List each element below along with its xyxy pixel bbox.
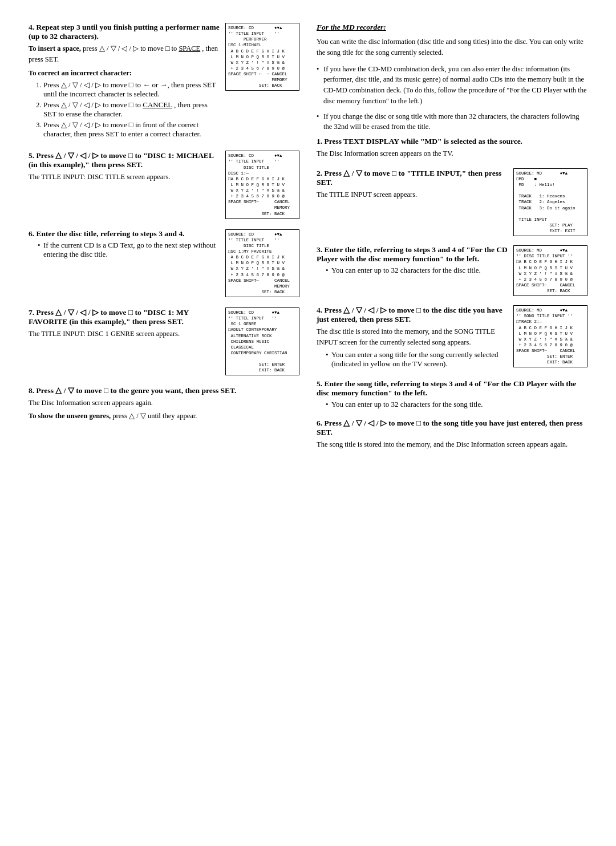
- correct-char-step-2: Press △ / ▽ / ◁ / ▷ to move □ to CANCEL …: [43, 100, 220, 119]
- step-6-bullets: If the current CD is a CD Text, go to th…: [38, 241, 220, 259]
- right-bullet-2: If you change the disc or song title wit…: [317, 111, 587, 133]
- insert-space-label: To insert a space,: [29, 44, 81, 52]
- page-content: 4. Repeat step 3 until you finish puttin…: [29, 23, 587, 459]
- step-8-left: 8. Press △ / ▽ to move □ to the genre yo…: [29, 386, 299, 422]
- right-bullet-1: If you have the CD-MD combination deck, …: [317, 64, 587, 107]
- right-step-4-bullet: You can enter a song title for the song …: [326, 350, 509, 369]
- step-4-screen: SOURCE: CD ♦▼▲ '' TITLE INPUT '' PERFORM…: [225, 23, 299, 91]
- right-step-4-screen: SOURCE: MD ♦▼▲ '' SONG TITLE INPUT '' □T…: [513, 305, 587, 367]
- step-7-text: 7. Press △ / ▽ / ◁ / ▷ to move □ to "DIS…: [29, 307, 220, 339]
- right-step-2-text: 2. Press △ / ▽ to move □ to "TITLE INPUT…: [317, 168, 509, 200]
- right-step-4-text: 4. Press △ / ▽ / ◁ / ▷ to move □ to the …: [317, 305, 509, 370]
- step-5-screen: SOURCE: CD ♦▼▲ '' TITLE INPUT '' DISC TI…: [225, 151, 299, 218]
- right-step-3-bullet: You can enter up to 32 characters for th…: [326, 266, 509, 275]
- step-6-screen: SOURCE: CD ♦▼▲ '' TITLE INPUT '' DISC TI…: [225, 229, 299, 297]
- step-5-left: 5. Press △ / ▽ / ◁ / ▷ to move □ to "DIS…: [29, 151, 299, 218]
- step-4-text: 4. Repeat step 3 until you finish puttin…: [29, 23, 220, 140]
- right-step-4-heading: 4. Press △ / ▽ / ◁ / ▷ to move □ to the …: [317, 305, 509, 324]
- step-7-body: The TITLE INPUT: DISC 1 GENRE screen app…: [29, 329, 220, 339]
- right-step-2: 2. Press △ / ▽ to move □ to "TITLE INPUT…: [317, 168, 587, 236]
- step-6-left: 6. Enter the disc title, referring to st…: [29, 229, 299, 297]
- right-step-2-heading: 2. Press △ / ▽ to move □ to "TITLE INPUT…: [317, 168, 509, 187]
- step-5-heading: 5. Press △ / ▽ / ◁ / ▷ to move □ to "DIS…: [29, 151, 220, 169]
- right-step-1: 1. Press TEXT DISPLAY while "MD" is sele…: [317, 137, 587, 159]
- correct-char-list: Press △ / ▽ / ◁ / ▷ to move □ to ← or →,…: [34, 80, 220, 139]
- right-step-6-heading: 6. Press △ / ▽ / ◁ / ▷ to move □ to the …: [317, 418, 587, 437]
- right-step-6-body: The song title is stored into the memory…: [317, 439, 587, 450]
- step-7-screen: SOURCE: CD ♦▼▲ '' TITEL INPUT '' SC 1 GE…: [225, 307, 299, 375]
- step-4-left: 4. Repeat step 3 until you finish puttin…: [29, 23, 299, 140]
- step-7-heading: 7. Press △ / ▽ / ◁ / ▷ to move □ to "DIS…: [29, 307, 220, 326]
- right-step-4-bullets: You can enter a song title for the song …: [326, 350, 509, 369]
- correct-char-label: To correct an incorrect character:: [29, 68, 220, 79]
- right-step-5-bullet: You can enter up to 32 characters for th…: [326, 400, 587, 409]
- step-5-text: 5. Press △ / ▽ / ◁ / ▷ to move □ to "DIS…: [29, 151, 220, 183]
- step-8-body1: The Disc Information screen appears agai…: [29, 398, 299, 408]
- right-step-5-heading: 5. Enter the song title, referring to st…: [317, 379, 587, 398]
- step-6-text: 6. Enter the disc title, referring to st…: [29, 229, 220, 261]
- right-step-3-screen: SOURCE: MD ♦▼▲ '' DISC TITLE INPUT '' □A…: [513, 245, 587, 296]
- correct-char-step-3: Press △ / ▽ / ◁ / ▷ to move □ in front o…: [43, 120, 220, 139]
- right-step-3: 3. Enter the title, referring to steps 3…: [317, 245, 587, 296]
- step-5-body: The TITLE INPUT: DISC TITLE screen appea…: [29, 172, 220, 183]
- right-step-4-body: The disc title is stored into the memory…: [317, 326, 509, 348]
- right-step-5-bullets: You can enter up to 32 characters for th…: [326, 400, 587, 409]
- step-4-heading: 4. Repeat step 3 until you finish puttin…: [29, 23, 220, 41]
- right-step-3-bullets: You can enter up to 32 characters for th…: [326, 266, 509, 275]
- step-6-heading: 6. Enter the disc title, referring to st…: [29, 229, 220, 238]
- step-6-bullet-1: If the current CD is a CD Text, go to th…: [38, 241, 220, 259]
- right-step-1-body: The Disc Information screen appears on t…: [317, 148, 587, 159]
- right-step-1-heading: 1. Press TEXT DISPLAY while "MD" is sele…: [317, 137, 587, 146]
- right-step-2-screen: SOURCE: MD ♦▼▲ □MD ■ MD : Hello! TRACK 1…: [513, 168, 587, 236]
- right-step-4: 4. Press △ / ▽ / ◁ / ▷ to move □ to the …: [317, 305, 587, 370]
- right-intro: You can write the disc information (disc…: [317, 37, 587, 58]
- right-step-5: 5. Enter the song title, referring to st…: [317, 379, 587, 409]
- right-column: For the MD recorder: You can write the d…: [317, 23, 587, 459]
- right-step-2-body: The TITLE INPUT screen appears.: [317, 189, 509, 200]
- right-step-3-heading: 3. Enter the title, referring to steps 3…: [317, 245, 509, 264]
- section-title: For the MD recorder:: [317, 23, 587, 32]
- right-step-6: 6. Press △ / ▽ / ◁ / ▷ to move □ to the …: [317, 418, 587, 450]
- correct-char-step-1: Press △ / ▽ / ◁ / ▷ to move □ to ← or →,…: [43, 80, 220, 99]
- step-4-body: To insert a space, press △ / ▽ / ◁ / ▷ t…: [29, 43, 220, 65]
- right-step-3-text: 3. Enter the title, referring to steps 3…: [317, 245, 509, 277]
- left-column: 4. Repeat step 3 until you finish puttin…: [29, 23, 299, 459]
- step-7-left: 7. Press △ / ▽ / ◁ / ▷ to move □ to "DIS…: [29, 307, 299, 375]
- step-8-heading: 8. Press △ / ▽ to move □ to the genre yo…: [29, 386, 299, 395]
- step-8-show-genres: To show the unseen genres, press △ / ▽ u…: [29, 411, 299, 422]
